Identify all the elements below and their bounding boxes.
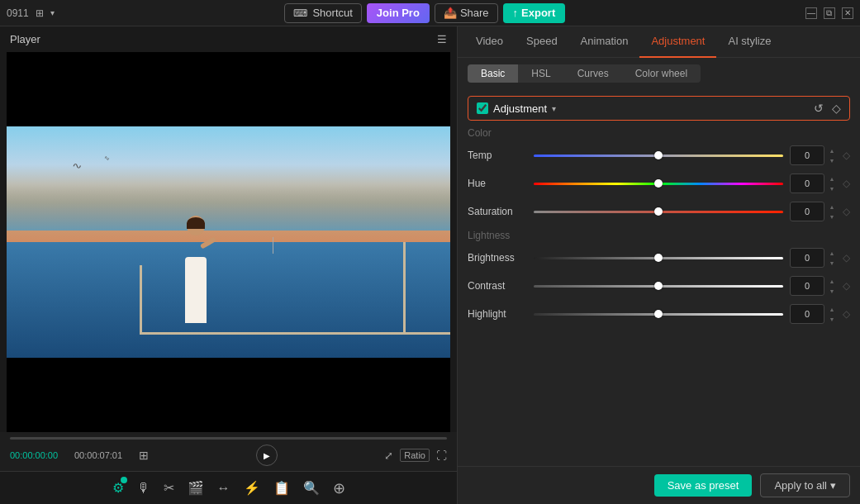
contrast-thumb[interactable] bbox=[654, 282, 663, 290]
tab-bar: Video Speed Animation Adjustment AI styl… bbox=[458, 26, 860, 58]
tab-video[interactable]: Video bbox=[464, 26, 515, 58]
bottom-toolbar: ⚙ 🎙 ✂ 🎬 ↔ ⚡ 📋 🔍 ⊕ bbox=[0, 471, 457, 504]
saturation-step-down[interactable]: ▼ bbox=[826, 212, 838, 221]
temp-label: Temp bbox=[468, 150, 534, 161]
video-area: ∿ ∿ bbox=[7, 52, 450, 432]
apply-to-label: Apply to all bbox=[774, 479, 827, 492]
saturation-keyframe-icon[interactable]: ◇ bbox=[843, 206, 850, 217]
shortcut-label: Shortcut bbox=[312, 7, 352, 19]
tab-animation[interactable]: Animation bbox=[569, 26, 640, 58]
join-pro-button[interactable]: Join Pro bbox=[367, 3, 430, 23]
close-button[interactable]: ✕ bbox=[842, 7, 853, 19]
contrast-step-down[interactable]: ▼ bbox=[826, 286, 838, 296]
tool-mic[interactable]: 🎙 bbox=[137, 481, 150, 496]
temp-slider-container[interactable] bbox=[534, 147, 783, 164]
tab-adjustment[interactable]: Adjustment bbox=[639, 26, 716, 58]
fullscreen-icon[interactable]: ⛶ bbox=[436, 449, 447, 462]
contrast-value: 0 bbox=[790, 276, 824, 296]
saturation-track bbox=[534, 211, 783, 213]
temp-step-down[interactable]: ▼ bbox=[826, 155, 838, 165]
ratio-label[interactable]: Ratio bbox=[400, 449, 430, 462]
titlebar-left: 0911 ⊞ ▾ bbox=[7, 7, 55, 19]
tab-speed[interactable]: Speed bbox=[515, 26, 569, 58]
tab-ai-stylize[interactable]: AI stylize bbox=[716, 26, 782, 58]
highlight-slider-container[interactable] bbox=[534, 306, 783, 322]
hue-thumb[interactable] bbox=[654, 179, 663, 188]
tool-add[interactable]: ⊕ bbox=[333, 479, 345, 497]
timeline-bar[interactable] bbox=[10, 437, 447, 440]
sub-tab-color-wheel[interactable]: Color wheel bbox=[622, 64, 701, 83]
tool-effects[interactable]: 📋 bbox=[273, 480, 290, 496]
saturation-step-up[interactable]: ▲ bbox=[826, 202, 838, 212]
hamburger-menu[interactable]: ☰ bbox=[437, 33, 447, 45]
hue-step-up[interactable]: ▲ bbox=[826, 174, 838, 183]
temp-keyframe-icon[interactable]: ◇ bbox=[843, 150, 850, 161]
reset-icon[interactable]: ↺ bbox=[814, 102, 824, 115]
share-button[interactable]: 📤 Share bbox=[435, 3, 498, 23]
contrast-keyframe-icon[interactable]: ◇ bbox=[843, 280, 850, 292]
adjustment-title-row: Adjustment ▾ bbox=[477, 102, 556, 115]
brightness-stepper: ▲ ▼ bbox=[826, 248, 838, 268]
boat-scene: ∿ ∿ bbox=[7, 126, 450, 358]
total-time: 00:00:07:01 bbox=[74, 450, 132, 460]
sub-tab-basic[interactable]: Basic bbox=[468, 64, 518, 83]
highlight-step-down[interactable]: ▼ bbox=[826, 314, 838, 324]
save-preset-button[interactable]: Save as preset bbox=[654, 474, 753, 497]
fit-icon[interactable]: ⤢ bbox=[384, 449, 393, 462]
slider-row-hue: Hue 0 ▲ ▼ ◇ bbox=[468, 174, 850, 193]
person bbox=[175, 216, 216, 323]
current-time: 00:00:00:00 bbox=[10, 450, 68, 460]
apply-to-button[interactable]: Apply to all ▾ bbox=[760, 473, 850, 497]
saturation-slider-container[interactable] bbox=[534, 203, 783, 220]
highlight-keyframe-icon[interactable]: ◇ bbox=[843, 308, 850, 320]
sub-tab-curves[interactable]: Curves bbox=[564, 64, 622, 83]
brightness-step-down[interactable]: ▼ bbox=[826, 258, 838, 268]
slider-row-contrast: Contrast 0 ▲ ▼ ◇ bbox=[468, 276, 850, 296]
adjustment-label: Adjustment bbox=[493, 102, 547, 115]
hue-slider-container[interactable] bbox=[534, 175, 783, 192]
contrast-stepper: ▲ ▼ bbox=[826, 276, 838, 296]
export-button[interactable]: ↑ Export bbox=[503, 3, 566, 23]
saturation-thumb[interactable] bbox=[654, 207, 663, 216]
diamond-icon-header[interactable]: ◇ bbox=[832, 102, 841, 115]
temp-step-up[interactable]: ▲ bbox=[826, 145, 838, 155]
contrast-slider-container[interactable] bbox=[534, 278, 783, 294]
post-left bbox=[140, 265, 142, 335]
adjustment-dropdown-icon[interactable]: ▾ bbox=[552, 104, 556, 113]
person-hair bbox=[187, 217, 205, 229]
brightness-step-up[interactable]: ▲ bbox=[826, 248, 838, 258]
brightness-track bbox=[534, 257, 783, 259]
slider-row-saturation: Saturation 0 ▲ ▼ ◇ bbox=[468, 202, 850, 221]
tool-split[interactable]: ⚡ bbox=[244, 480, 260, 496]
bird-1: ∿ bbox=[72, 161, 82, 170]
hue-step-down[interactable]: ▼ bbox=[826, 183, 838, 193]
grid-icon[interactable]: ⊞ bbox=[139, 449, 149, 462]
highlight-thumb[interactable] bbox=[654, 310, 663, 318]
temp-thumb[interactable] bbox=[654, 151, 663, 159]
adjustment-checkbox[interactable] bbox=[477, 102, 488, 114]
slider-row-brightness: Brightness 0 ▲ ▼ ◇ bbox=[468, 248, 850, 268]
hue-keyframe-icon[interactable]: ◇ bbox=[843, 178, 850, 189]
minimize-button[interactable]: — bbox=[805, 7, 817, 19]
highlight-step-up[interactable]: ▲ bbox=[826, 304, 838, 314]
contrast-step-up[interactable]: ▲ bbox=[826, 276, 838, 286]
shortcut-button[interactable]: ⌨ Shortcut bbox=[284, 3, 361, 23]
play-button[interactable]: ▶ bbox=[256, 445, 278, 466]
tool-video-clip[interactable]: 🎬 bbox=[188, 480, 204, 496]
brightness-keyframe-icon[interactable]: ◇ bbox=[843, 252, 850, 264]
brightness-slider-container[interactable] bbox=[534, 250, 783, 266]
post-right bbox=[403, 242, 406, 335]
tool-cut[interactable]: ✂ bbox=[164, 480, 174, 496]
tool-settings[interactable]: ⚙ bbox=[112, 480, 124, 496]
right-panel: Video Speed Animation Adjustment AI styl… bbox=[457, 26, 860, 504]
controls-row: 00:00:00:00 00:00:07:01 ⊞ ▶ ⤢ Ratio ⛶ bbox=[10, 445, 447, 466]
tool-transition[interactable]: ↔ bbox=[217, 481, 230, 496]
sub-tab-hsl[interactable]: HSL bbox=[518, 64, 563, 83]
tool-zoom[interactable]: 🔍 bbox=[303, 480, 320, 496]
export-label: Export bbox=[521, 7, 555, 19]
brightness-thumb[interactable] bbox=[654, 254, 663, 262]
share-label: Share bbox=[460, 7, 489, 19]
contrast-label: Contrast bbox=[468, 280, 534, 292]
restore-button[interactable]: ⧉ bbox=[824, 7, 835, 19]
slider-row-highlight: Highlight 0 ▲ ▼ ◇ bbox=[468, 304, 850, 324]
